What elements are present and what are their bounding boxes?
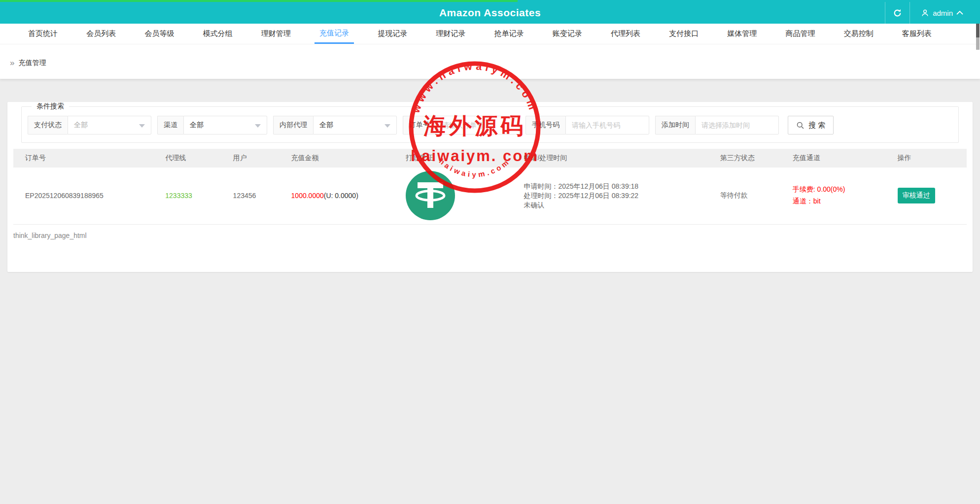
breadcrumb: » 充值管理 xyxy=(0,44,980,79)
tab-7[interactable]: 提现记录 xyxy=(373,24,412,44)
confirm-status: 未确认 xyxy=(524,201,708,209)
tab-4[interactable]: 模式分组 xyxy=(198,24,238,44)
table-header-row: 订单号代理线用户充值金额打款凭证申请/处理时间第三方状态充值通道操作 xyxy=(13,149,967,168)
tab-9[interactable]: 抢单记录 xyxy=(490,24,529,44)
app-title: Amazon Associates xyxy=(0,2,980,24)
add-time-label: 添加时间 xyxy=(655,116,695,134)
approve-button[interactable]: 审核通过 xyxy=(898,188,935,203)
amount-usdt: (U: 0.0000) xyxy=(324,192,358,200)
top-header: Amazon Associates admin xyxy=(0,0,980,24)
cell-user: 123456 xyxy=(221,168,280,224)
tab-16[interactable]: 客服列表 xyxy=(897,24,937,44)
agent-line-value: 1233333 xyxy=(165,192,192,200)
channel-value: 通道：bit xyxy=(793,197,886,206)
user-menu[interactable]: admin xyxy=(910,2,980,24)
search-button[interactable]: 搜 索 xyxy=(788,116,834,134)
phone-input[interactable] xyxy=(565,116,649,134)
tab-13[interactable]: 媒体管理 xyxy=(722,24,762,44)
username: admin xyxy=(933,9,953,17)
refresh-icon xyxy=(893,8,902,18)
cell-agent-line: 1233333 xyxy=(153,168,221,224)
order-no-group: 订单号 xyxy=(403,116,520,134)
chevron-down-icon xyxy=(385,124,390,128)
tab-12[interactable]: 支付接口 xyxy=(664,24,703,44)
fee-value: 手续费: 0.00(0%) xyxy=(793,185,886,194)
column-header: 代理线 xyxy=(153,149,221,168)
page-footer-text: think_library_page_html xyxy=(13,232,967,239)
pay-status-label: 支付状态 xyxy=(28,116,68,134)
column-header: 操作 xyxy=(886,149,967,168)
internal-agent-select[interactable]: 全部 xyxy=(313,116,397,134)
order-no-input[interactable] xyxy=(436,116,520,134)
records-table-wrap: 订单号代理线用户充值金额打款凭证申请/处理时间第三方状态充值通道操作 EP202… xyxy=(13,149,967,225)
channel-label: 渠道 xyxy=(157,116,183,134)
tab-1[interactable]: 首页统计 xyxy=(23,24,63,44)
cell-third-party-status: 等待付款 xyxy=(708,168,781,224)
channel-value: 全部 xyxy=(190,121,204,130)
tab-3[interactable]: 会员等级 xyxy=(140,24,179,44)
scrollbar-track[interactable] xyxy=(976,37,980,50)
internal-agent-group: 内部代理 全部 xyxy=(273,116,397,134)
refresh-button[interactable] xyxy=(885,2,910,24)
column-header: 订单号 xyxy=(13,149,153,168)
column-header: 充值通道 xyxy=(781,149,886,168)
apply-time: 申请时间：2025年12月06日 08:39:18 xyxy=(524,182,708,190)
column-header: 申请/处理时间 xyxy=(512,149,708,168)
pay-status-value: 全部 xyxy=(74,121,88,130)
process-time: 处理时间：2025年12月06日 08:39:22 xyxy=(524,192,708,200)
records-table: 订单号代理线用户充值金额打款凭证申请/处理时间第三方状态充值通道操作 EP202… xyxy=(13,149,967,225)
channel-group: 渠道 全部 xyxy=(157,116,267,134)
nav-tabs: 首页统计会员列表会员等级模式分组理财管理充值记录提现记录理财记录抢单记录账变记录… xyxy=(0,24,980,44)
tab-11[interactable]: 代理列表 xyxy=(606,24,645,44)
table-row: EP202512060839188965 1233333 123456 1000… xyxy=(13,168,967,224)
header-actions: admin xyxy=(885,2,980,24)
content-area: 条件搜索 支付状态 全部 渠道 全部 内部 xyxy=(0,79,980,504)
user-icon xyxy=(921,9,929,17)
cell-action: 审核通过 xyxy=(886,168,967,224)
search-button-label: 搜 索 xyxy=(808,121,825,130)
add-time-group: 添加时间 xyxy=(655,116,779,134)
tab-5[interactable]: 理财管理 xyxy=(256,24,296,44)
cell-times: 申请时间：2025年12月06日 08:39:18 处理时间：2025年12月0… xyxy=(512,168,708,224)
column-header: 充值金额 xyxy=(280,149,394,168)
internal-agent-value: 全部 xyxy=(319,121,333,130)
breadcrumb-label: 充值管理 xyxy=(18,59,46,67)
chevron-up-icon xyxy=(956,10,963,15)
search-fieldset: 条件搜索 支付状态 全部 渠道 全部 内部 xyxy=(21,102,959,143)
cell-order-no: EP202512060839188965 xyxy=(13,168,153,224)
channel-select[interactable]: 全部 xyxy=(183,116,267,134)
amount-value: 1000.0000 xyxy=(291,192,324,200)
chevron-down-icon xyxy=(255,124,261,128)
column-header: 用户 xyxy=(221,149,280,168)
cell-amount: 1000.0000(U: 0.0000) xyxy=(280,168,394,224)
cell-voucher xyxy=(394,168,512,224)
phone-label: 手机号码 xyxy=(525,116,565,134)
tab-2[interactable]: 会员列表 xyxy=(81,24,121,44)
tab-6[interactable]: 充值记录 xyxy=(315,24,354,44)
pay-status-select[interactable]: 全部 xyxy=(68,116,151,134)
recharge-card: 条件搜索 支付状态 全部 渠道 全部 内部 xyxy=(7,102,973,272)
chevron-down-icon xyxy=(139,124,145,128)
tab-15[interactable]: 交易控制 xyxy=(839,24,878,44)
tether-icon[interactable] xyxy=(406,171,455,220)
search-icon xyxy=(796,121,805,130)
column-header: 打款凭证 xyxy=(394,149,512,168)
pay-status-group: 支付状态 全部 xyxy=(28,116,151,134)
add-time-input[interactable] xyxy=(695,116,779,134)
tab-10[interactable]: 账变记录 xyxy=(548,24,587,44)
tab-8[interactable]: 理财记录 xyxy=(431,24,470,44)
phone-group: 手机号码 xyxy=(525,116,649,134)
order-no-label: 订单号 xyxy=(403,116,436,134)
internal-agent-label: 内部代理 xyxy=(273,116,313,134)
search-legend: 条件搜索 xyxy=(32,102,69,111)
scrollbar-thumb[interactable] xyxy=(976,24,980,37)
column-header: 第三方状态 xyxy=(708,149,781,168)
tab-14[interactable]: 商品管理 xyxy=(780,24,820,44)
breadcrumb-icon: » xyxy=(10,58,14,68)
search-form: 支付状态 全部 渠道 全部 内部代理 全部 xyxy=(22,111,958,142)
cell-channel: 手续费: 0.00(0%) 通道：bit xyxy=(781,168,886,224)
